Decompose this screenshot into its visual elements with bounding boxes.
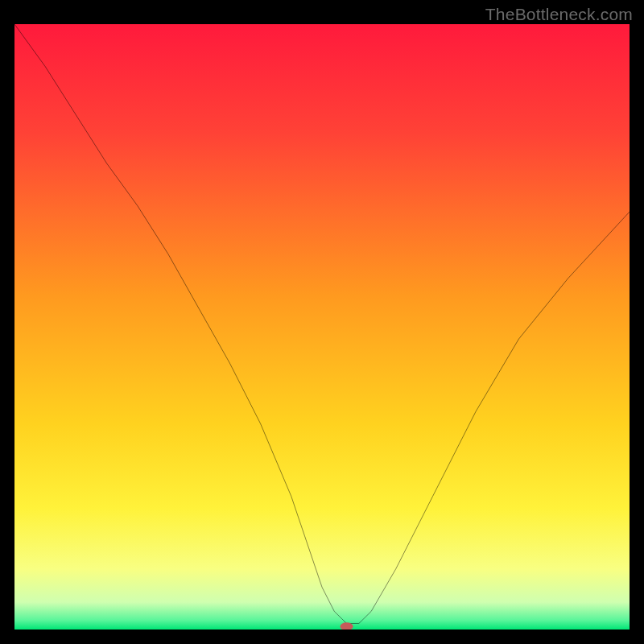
chart-background (14, 24, 630, 630)
chart-svg (14, 24, 630, 630)
bottleneck-chart (14, 24, 630, 630)
watermark-text: TheBottleneck.com (485, 5, 633, 24)
